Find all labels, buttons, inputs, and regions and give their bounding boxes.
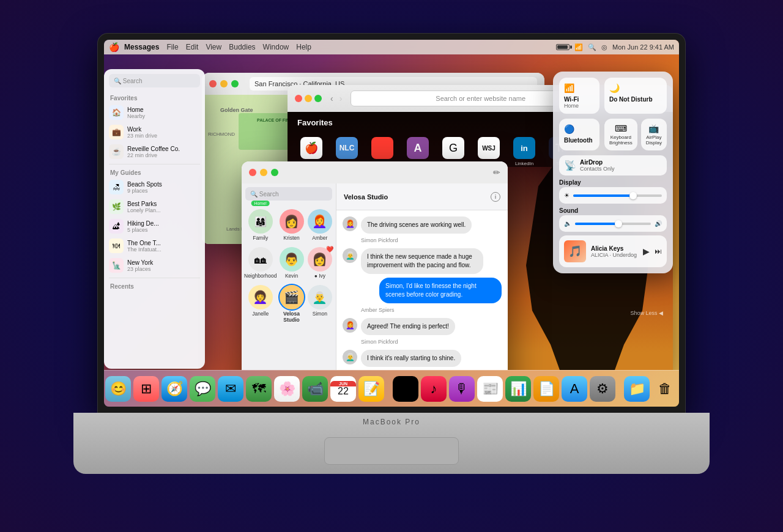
contact-kristen[interactable]: 👩 Kristen bbox=[278, 207, 305, 243]
airdrop-icon: 📡 bbox=[564, 160, 576, 171]
menubar-window[interactable]: Window bbox=[263, 43, 289, 51]
contact-janelle[interactable]: 👩‍🦱 Janelle bbox=[244, 283, 276, 325]
dock-podcasts[interactable]: 🎙 bbox=[449, 376, 475, 402]
neighborhood-name: Neighborhood bbox=[244, 273, 276, 279]
menubar-help[interactable]: Help bbox=[296, 43, 311, 51]
macbook-shell: 🍎 Messages File Edit View Buddies Window… bbox=[73, 34, 710, 498]
dock-system-prefs[interactable]: ⚙ bbox=[590, 376, 615, 402]
dock-finder[interactable]: 😊 bbox=[105, 376, 131, 402]
screen-bezel: 🍎 Messages File Edit View Buddies Window… bbox=[98, 34, 685, 413]
chat-messages-area: 👩‍🦰 The driving scenes are working well.… bbox=[336, 210, 508, 370]
dock-music[interactable]: ♪ bbox=[421, 376, 447, 402]
minimize-button[interactable] bbox=[220, 80, 228, 87]
sidebar-restaurant[interactable]: 🍽 The One T... The Infatuat... bbox=[104, 236, 205, 256]
maps-sidebar-window[interactable]: 🔍 Search Favorites 🏠 Home Nearby 💼 bbox=[104, 69, 205, 369]
cc-dnd-tile[interactable]: 🌙 Do Not Disturb bbox=[604, 78, 667, 114]
cc-airdrop-status: Contacts Only bbox=[580, 166, 615, 172]
search-icon[interactable]: 🔍 bbox=[588, 43, 596, 51]
messages-window[interactable]: ✏ 🔍 Search bbox=[242, 161, 508, 370]
msg-avatar-5: 👨‍🦳 bbox=[343, 350, 357, 364]
dock-numbers[interactable]: 📊 bbox=[505, 376, 531, 402]
dock-mail[interactable]: ✉ bbox=[218, 376, 243, 402]
sidebar-work[interactable]: 💼 Work 23 min drive bbox=[104, 122, 205, 142]
dock-messages[interactable]: 💬 bbox=[190, 376, 215, 402]
menubar-app-name[interactable]: Messages bbox=[124, 43, 159, 51]
cc-play-btn[interactable]: ▶ bbox=[643, 246, 650, 256]
cc-airplay-tile[interactable]: 📺 AirPlay Display bbox=[641, 119, 667, 150]
sidebar-coffee[interactable]: ☕ Reveille Coffee Co. 22 min drive bbox=[104, 142, 205, 161]
cc-skip-btn[interactable]: ⏭ bbox=[655, 247, 662, 256]
cc-now-playing-tile[interactable]: 🎵 Alicia Keys ALICIA · Underdog ▶ ⏭ bbox=[559, 235, 667, 267]
sender-name-simon2: Simon Pickford bbox=[361, 339, 502, 345]
contact-family[interactable]: Home! 👨‍👩‍👧 Family bbox=[244, 207, 276, 243]
contact-amber[interactable]: 👩‍🦰 Amber bbox=[306, 207, 333, 243]
sidebar-parks[interactable]: 🌿 Best Parks Lonely Plan... bbox=[104, 197, 205, 216]
close-button[interactable] bbox=[209, 80, 217, 87]
messages-close-btn[interactable] bbox=[249, 169, 256, 176]
dock-news[interactable]: 📰 bbox=[477, 376, 503, 402]
contact-kevin[interactable]: 👨 Kevin bbox=[278, 245, 305, 281]
dock-safari[interactable]: 🧭 bbox=[161, 376, 187, 402]
dock-appletv[interactable]: ▶ bbox=[393, 376, 418, 402]
kevin-avatar: 👨 bbox=[280, 247, 304, 272]
cc-wifi-tile[interactable]: 📶 Wi-Fi Home bbox=[559, 78, 599, 114]
dock-calendar[interactable]: JUN 22 bbox=[330, 376, 356, 402]
show-less-btn[interactable]: Show Less ◀ bbox=[630, 310, 663, 319]
coffee-sub: 22 min drive bbox=[127, 152, 180, 158]
dock-notes[interactable]: 📝 bbox=[358, 376, 384, 402]
sidebar-beach[interactable]: 🏖 Beach Spots 9 places bbox=[104, 177, 205, 197]
messages-search-label: Search bbox=[259, 191, 279, 198]
dock-pages[interactable]: 📄 bbox=[533, 376, 559, 402]
messages-fullscreen-btn[interactable] bbox=[271, 169, 278, 176]
dock-maps[interactable]: 🗺 bbox=[246, 376, 272, 402]
maps-sidebar-search[interactable]: 🔍 Search bbox=[109, 74, 200, 87]
menubar-edit[interactable]: Edit bbox=[186, 43, 199, 51]
sidebar-hiking[interactable]: 🏕 Hiking De... 5 places bbox=[104, 216, 205, 236]
fullscreen-button[interactable] bbox=[231, 80, 239, 87]
cc-airdrop-tile[interactable]: 📡 AirDrop Contacts Only bbox=[559, 155, 667, 175]
sidebar-newyork[interactable]: 🗽 New York 23 places bbox=[104, 256, 205, 275]
contact-ivy[interactable]: ❤️ 👩 ● Ivy bbox=[306, 245, 333, 281]
contact-velosa[interactable]: 🎬 Velosa Studio bbox=[278, 283, 305, 325]
fav-a-icon: A bbox=[407, 137, 429, 159]
cc-sound-fill bbox=[575, 223, 620, 225]
dock-launchpad[interactable]: ⊞ bbox=[133, 376, 159, 402]
cc-right-tiles: ⌨ Keyboard Brightness 📺 AirPlay Display bbox=[604, 119, 667, 150]
dock-photos[interactable]: 🌸 bbox=[274, 376, 300, 402]
safari-forward-btn[interactable]: › bbox=[340, 94, 343, 103]
apple-menu-icon[interactable]: 🍎 bbox=[109, 42, 119, 52]
restaurant-name: The One T... bbox=[127, 240, 161, 246]
newyork-sub: 23 places bbox=[127, 266, 153, 272]
messages-search-input[interactable]: 🔍 Search bbox=[245, 187, 332, 201]
cc-keyboard-tile[interactable]: ⌨ Keyboard Brightness bbox=[604, 119, 637, 150]
dock-trash[interactable]: 🗑 bbox=[652, 376, 678, 402]
safari-close-button[interactable] bbox=[295, 95, 302, 102]
safari-minimize-button[interactable] bbox=[305, 95, 312, 102]
spotlight-icon[interactable]: ◎ bbox=[601, 43, 607, 51]
menubar-file[interactable]: File bbox=[166, 43, 178, 51]
sidebar-home[interactable]: 🏠 Home Nearby bbox=[104, 103, 205, 122]
chat-info-btn[interactable]: i bbox=[491, 192, 500, 202]
contact-simon[interactable]: 👨‍🦳 Simon bbox=[306, 283, 333, 325]
cc-sound-slider[interactable] bbox=[575, 223, 651, 225]
coffee-icon: ☕ bbox=[109, 144, 124, 159]
dock-appstore[interactable]: A bbox=[562, 376, 587, 402]
cc-top-grid: 📶 Wi-Fi Home 🌙 Do Not Disturb 🔵 Bluetoot… bbox=[559, 78, 667, 150]
menubar-view[interactable]: View bbox=[206, 43, 221, 51]
contact-neighborhood[interactable]: 🏘 Neighborhood bbox=[244, 245, 276, 281]
dock-files[interactable]: 📁 bbox=[624, 376, 650, 402]
messages-minimize-btn[interactable] bbox=[260, 169, 267, 176]
cc-bluetooth-tile[interactable]: 🔵 Bluetooth bbox=[559, 119, 599, 150]
menubar: 🍎 Messages File Edit View Buddies Window… bbox=[104, 40, 679, 54]
safari-nav-buttons bbox=[295, 95, 322, 102]
safari-fullscreen-button[interactable] bbox=[314, 95, 322, 102]
dock-facetime[interactable]: 📹 bbox=[302, 376, 328, 402]
menubar-buddies[interactable]: Buddies bbox=[229, 43, 255, 51]
messages-contacts-sidebar: 🔍 Search Home! 👨‍👩‍👧 bbox=[242, 183, 336, 370]
dnd-icon: 🌙 bbox=[609, 83, 620, 93]
fav-linkedin[interactable]: in LinkedIn bbox=[510, 137, 538, 172]
trackpad[interactable] bbox=[324, 437, 459, 465]
safari-back-btn[interactable]: ‹ bbox=[330, 94, 333, 103]
messages-compose-btn[interactable]: ✏ bbox=[493, 168, 500, 177]
cc-display-slider[interactable] bbox=[573, 194, 662, 197]
